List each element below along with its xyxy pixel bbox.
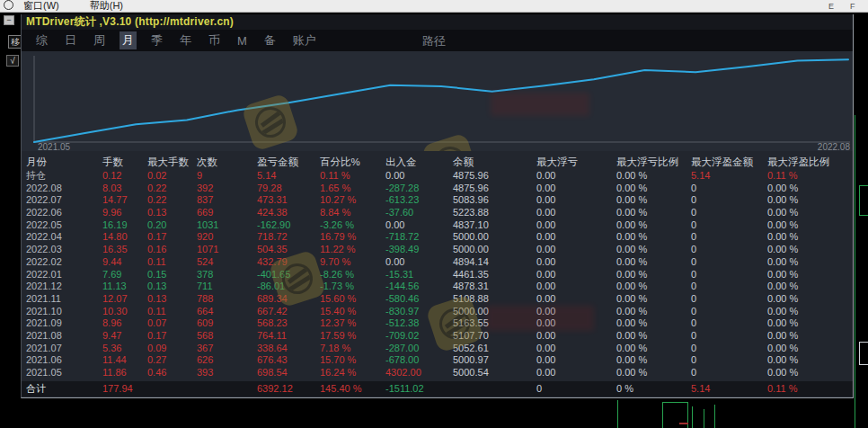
table-cell: 0.00 <box>385 170 453 183</box>
minimize-button[interactable]: − <box>4 15 14 25</box>
background-candle-wick <box>617 400 618 428</box>
tab-日[interactable]: 日 <box>62 31 79 49</box>
table-cell: 1031 <box>197 219 257 232</box>
table-cell: 0.00 % <box>767 317 853 330</box>
background-chart-line <box>855 115 855 428</box>
table-cell: 0.00 <box>536 330 616 343</box>
table-cell: 0.00 % <box>767 343 853 355</box>
tab-币[interactable]: 币 <box>206 31 223 49</box>
background-candle-wick <box>704 409 704 428</box>
header-cell: 最大浮盈比例 <box>767 155 853 170</box>
table-cell: 0.00 % <box>616 244 691 256</box>
table-cell: 0.00 % <box>767 306 853 318</box>
table-cell <box>197 381 257 397</box>
table-cell: 837 <box>197 194 257 207</box>
tab-季[interactable]: 季 <box>148 31 165 49</box>
row-label: 2021.09 <box>26 317 102 330</box>
table-cell: 788 <box>197 293 257 306</box>
table-cell: 0.11 % <box>767 170 853 183</box>
table-row: 2022.0316.350.161071504.3511.22 %-398.49… <box>22 244 853 256</box>
table-cell: 4894.14 <box>453 256 536 269</box>
table-cell: -830.97 <box>385 306 453 318</box>
table-cell: 79.28 <box>257 183 320 195</box>
menu-item[interactable]: 帮助(H) <box>90 0 123 13</box>
header-cell: 手数 <box>102 155 147 170</box>
table-cell: 8.84 % <box>320 207 385 219</box>
table-cell: 7.18 % <box>320 343 385 355</box>
table-cell: 8.96 <box>102 317 147 330</box>
table-cell: 0 <box>691 343 767 355</box>
table-cell: 0.00 % <box>767 281 853 293</box>
table-cell: 0.27 <box>147 354 197 367</box>
table-row: 2022.017.690.15378-401.65-8.26 %-15.3144… <box>22 269 853 281</box>
table-row: 2021.098.960.07609568.2312.37 %-512.3851… <box>22 317 853 330</box>
table-cell: 0 <box>536 381 616 397</box>
table-cell: 0.00 <box>536 256 616 269</box>
table-cell: 0.00 % <box>616 367 691 379</box>
table-cell: -718.72 <box>385 231 453 244</box>
table-cell: -709.02 <box>385 330 453 343</box>
row-label: 2022.08 <box>26 183 102 195</box>
table-cell: 16.24 % <box>320 367 385 379</box>
header-cell: 最大浮亏 <box>536 155 616 170</box>
table-cell: 698.54 <box>257 367 320 379</box>
table-cell <box>453 381 536 397</box>
table-cell: 0.00 <box>536 343 616 355</box>
table-row: 2022.029.440.11524432.799.70 %0.004894.1… <box>22 256 853 269</box>
table-cell: 5107.70 <box>453 330 536 343</box>
table-cell: 0.13 <box>147 293 197 306</box>
tab-月[interactable]: 月 <box>120 31 137 49</box>
table-cell: 5052.61 <box>453 343 536 355</box>
table-cell: 4302.00 <box>385 367 453 379</box>
table-cell: 4878.31 <box>453 281 536 293</box>
tab-年[interactable]: 年 <box>177 31 194 49</box>
table-cell: 0.00 % <box>616 231 691 244</box>
tab-周[interactable]: 周 <box>91 31 108 49</box>
table-cell: 0.00 <box>536 354 616 367</box>
table-cell: 0.00 % <box>616 330 691 343</box>
row-label: 2022.04 <box>26 231 102 244</box>
chart-area: 2021.05 2022.08 <box>22 51 853 151</box>
table-cell: 0.11 <box>147 256 197 269</box>
tab-账户[interactable]: 账户 <box>290 31 319 49</box>
menu-item[interactable]: 窗口(W) <box>23 0 59 13</box>
title-bar: MTDriver统计 ,V3.10 (http://mtdriver.cn) <box>22 14 853 30</box>
menu-system-icon[interactable] <box>4 0 13 10</box>
check-button[interactable]: √ <box>6 55 19 67</box>
table-cell: 393 <box>197 367 257 379</box>
table-cell: 0 <box>691 231 767 244</box>
table-cell: 0 <box>691 207 767 219</box>
table-cell: 0 <box>691 330 767 343</box>
table-cell: 0.00 % <box>616 269 691 281</box>
table-cell: 9.96 <box>102 207 147 219</box>
table-cell: 14.77 <box>102 194 147 207</box>
table-row: 2021.1211.130.13711-86.01-1.73 %-144.564… <box>22 281 853 293</box>
tab-path[interactable]: 路径 <box>420 32 448 50</box>
table-cell: 9.44 <box>102 256 147 269</box>
table-cell: 9 <box>197 170 257 183</box>
tab-备[interactable]: 备 <box>261 31 279 49</box>
table-cell: 16.79 % <box>320 231 385 244</box>
header-cell: 出入金 <box>385 155 453 170</box>
table-cell: 0 <box>691 281 767 293</box>
table-cell: 9.70 % <box>320 256 385 269</box>
table-cell: 0.00 <box>536 317 616 330</box>
table-cell: 5000.00 <box>453 231 536 244</box>
table-cell: 16.19 <box>102 219 147 232</box>
row-label: 2021.08 <box>26 330 102 343</box>
header-cell: 月份 <box>26 155 102 170</box>
table-cell: -287.28 <box>385 183 453 195</box>
table-cell: 664 <box>197 306 257 318</box>
background-chart-box <box>859 185 868 216</box>
table-cell: -613.23 <box>385 194 453 207</box>
row-label: 2022.01 <box>26 269 102 281</box>
tab-M[interactable]: M <box>235 33 250 49</box>
table-cell: 5.14 <box>691 170 767 183</box>
tab-综[interactable]: 综 <box>33 31 50 49</box>
x-axis-label-right: 2022.08 <box>818 142 851 151</box>
table-cell: 0.00 <box>536 170 616 183</box>
table-cell: 5083.96 <box>453 194 536 207</box>
table-cell: 689.34 <box>257 293 320 306</box>
table-cell: 4461.35 <box>453 269 536 281</box>
row-label: 2021.10 <box>26 306 102 318</box>
